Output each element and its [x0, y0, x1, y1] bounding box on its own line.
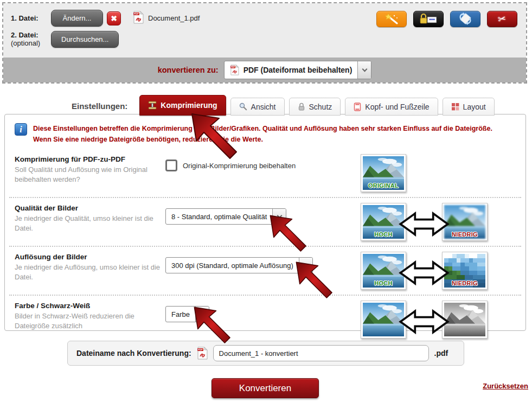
dropdown-arrow[interactable]	[195, 307, 209, 322]
section-title: Komprimierung für PDF-zu-PDF	[15, 155, 165, 163]
section-title: Farbe / Schwarz-Weiß	[15, 302, 165, 310]
password-protect-button[interactable]: ***	[413, 11, 444, 27]
pdf-file-icon	[197, 347, 208, 360]
pdf-format-icon	[230, 65, 239, 75]
info-icon: i	[15, 123, 27, 136]
svg-text:***: ***	[429, 17, 435, 23]
pdf-file-icon	[133, 11, 144, 26]
info-line1: Diese Einstellungen betreffen die Kompri…	[33, 123, 515, 134]
tab-kopf-fusszeile[interactable]: Kopf- und Fußzeile	[345, 98, 438, 116]
section-title: Qualität der Bilder	[15, 204, 165, 212]
file2-row: 2. Datei: (optional) Durchsuchen...	[11, 31, 520, 48]
magic-wand-button[interactable]	[376, 11, 407, 27]
scissors-icon: ✂	[497, 12, 508, 25]
compression-settings-panel: i Diese Einstellungen betreffen die Komp…	[4, 114, 526, 331]
chevron-down-icon	[362, 66, 367, 72]
convert-format-select[interactable]: PDF (Dateiformat beibehalten)	[224, 61, 372, 79]
tab-schutz[interactable]: Schutz	[289, 98, 341, 116]
chevron-down-icon	[277, 213, 282, 218]
section-title: Auflösung der Bilder	[15, 253, 165, 261]
chevron-down-icon	[303, 261, 309, 267]
rotate-pages-icon	[457, 12, 474, 25]
compress-icon	[148, 101, 157, 110]
quality-select-value: 8 - Standard, optimale Qualität	[166, 213, 272, 221]
dropdown-arrow[interactable]	[272, 209, 286, 224]
settings-tabs: Einstellungen: Komprimierung Ansicht Sch…	[72, 95, 495, 116]
section-qualitaet: Qualität der Bilder Je niedriger die Qua…	[5, 198, 525, 246]
compare-arrow-icon	[398, 308, 450, 336]
convert-to-label: konvertieren zu:	[158, 66, 219, 74]
magic-wand-icon	[383, 13, 400, 25]
tab-ansicht[interactable]: Ansicht	[230, 98, 285, 116]
rotate-pages-button[interactable]	[450, 11, 480, 27]
browse-file-button[interactable]: Durchsuchen...	[51, 31, 119, 48]
grid-layout-icon	[451, 103, 459, 111]
change-file-button[interactable]: Ändern...	[51, 10, 103, 27]
output-filename-input[interactable]	[213, 345, 429, 361]
convert-button[interactable]: Konvertieren	[211, 378, 319, 398]
filename-bar: Dateiname nach Konvertierung: .pdf	[67, 341, 464, 366]
section-desc: Soll Qualität und Auflösung wie im Origi…	[15, 165, 165, 184]
remove-file-button[interactable]: ✖	[107, 11, 121, 25]
chevron-down-icon	[200, 310, 205, 316]
padlock-icon	[298, 103, 305, 111]
password-lock-icon: ***	[419, 13, 438, 25]
info-line2: Wenn Sie eine niedrige Dateigröße benöti…	[33, 134, 515, 145]
filename-extension: .pdf	[434, 349, 448, 358]
color-select-value: Farbe	[166, 310, 195, 318]
dropdown-arrow[interactable]	[299, 258, 312, 273]
pdf-toolbar: *** ✂	[376, 11, 517, 27]
convert-format-value: PDF (Dateiformat beibehalten)	[243, 66, 352, 74]
settings-label: Einstellungen:	[72, 101, 127, 111]
dropdown-arrow[interactable]	[357, 61, 371, 79]
compare-arrow-icon	[398, 259, 450, 287]
section-aufloesung: Auflösung der Bilder Je niedriger die Au…	[5, 247, 525, 295]
section-farbe: Farbe / Schwarz-Weiß Bilder in Schwarz-W…	[5, 296, 525, 343]
magnifier-icon	[239, 103, 247, 111]
split-pages-button[interactable]: ✂	[487, 11, 517, 27]
original-label: ORIGINAL	[361, 182, 406, 189]
original-image-preview: ORIGINAL	[361, 154, 406, 192]
reset-link[interactable]: Zurücksetzen	[483, 382, 528, 390]
convert-to-bar: konvertieren zu: PDF (Dateiformat beibeh…	[3, 58, 526, 82]
page-header-footer-icon	[354, 103, 361, 111]
info-box: i Diese Einstellungen betreffen die Komp…	[5, 114, 525, 149]
quality-select[interactable]: 8 - Standard, optimale Qualität	[165, 208, 286, 225]
filename-label: Dateiname nach Konvertierung:	[76, 349, 191, 358]
color-select[interactable]: Farbe	[165, 306, 209, 322]
file-area: 1. Datei: Ändern... ✖ Document_1.pdf 2. …	[3, 3, 526, 58]
file1-label: 1. Datei:	[11, 14, 51, 22]
section-pdf-zu-pdf: Komprimierung für PDF-zu-PDF Soll Qualit…	[5, 149, 525, 197]
resolution-select-value: 300 dpi (Standard, optimale Auflösung)	[166, 261, 299, 270]
file2-optional-label: (optional)	[11, 39, 51, 47]
section-desc: Je niedriger die Auflösung, umso kleiner…	[15, 263, 165, 282]
resolution-select[interactable]: 300 dpi (Standard, optimale Auflösung)	[165, 257, 313, 273]
file-selection-panel: 1. Datei: Ändern... ✖ Document_1.pdf 2. …	[2, 2, 527, 84]
checkbox-label: Original-Komprimierung beibehalten	[183, 162, 296, 170]
tab-komprimierung[interactable]: Komprimierung	[139, 95, 226, 116]
keep-original-compression-checkbox[interactable]	[165, 159, 177, 171]
tab-layout[interactable]: Layout	[443, 98, 495, 116]
file1-name: Document_1.pdf	[148, 14, 200, 22]
compare-arrow-icon	[398, 210, 450, 238]
file2-label: 2. Datei:	[11, 31, 39, 39]
section-desc: Je niedriger die Qualität, umso kleiner …	[15, 214, 165, 233]
section-desc: Bilder in Schwarz-Weiß reduzieren die Da…	[15, 311, 165, 330]
